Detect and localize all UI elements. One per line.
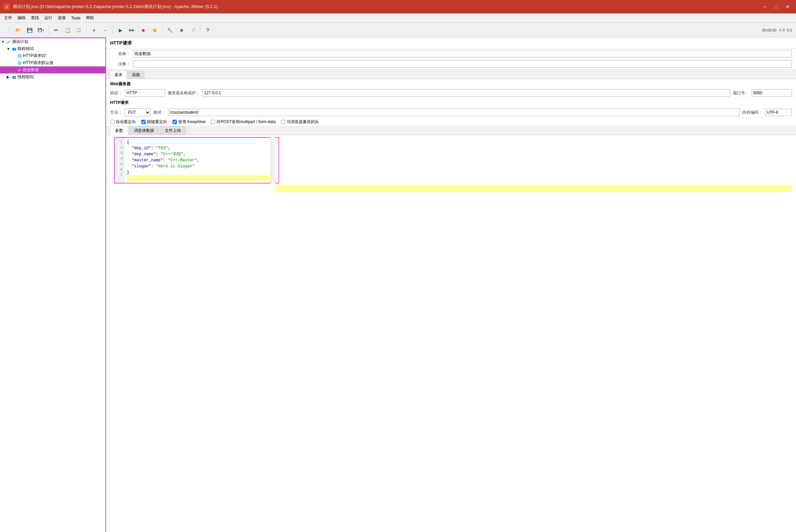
port-input[interactable] [752,89,792,97]
checkbox-keepalive[interactable]: 使用 KeepAlive [172,119,205,125]
save-button[interactable]: 💾 [24,25,35,36]
help-button[interactable]: ? [202,25,213,36]
panel-title: HTTP请求 [106,38,796,49]
toolbar-separator-5 [200,25,200,35]
menu-help[interactable]: 帮助 [83,15,97,21]
sub-tabs-row: 参数 消息体数据 文件上传 [106,126,796,135]
toolbar-timer: 00:00:00 ⚠ 0 0 0 [762,28,795,32]
title-bar: ⚡ 测试计划.jmx (D:\Sets\apache-jmeter-5.2.1\… [0,0,796,14]
app-icon: ⚡ [3,3,10,10]
test-plan-icon: 🧪 [7,40,11,44]
course-data-icon: ⚡ [17,68,21,72]
body-editor[interactable]: 1 2 3 4 5 6 7 { "dep_id": "T03", "dep_na… [114,137,279,184]
protocol-input[interactable] [125,89,165,97]
vertical-scrollbar[interactable] [271,137,275,184]
http-req-02-icon: 🌐 [17,54,21,58]
maximize-button[interactable]: □ [771,2,781,12]
server-name-label: 服务器名称或IP： [168,90,200,96]
menu-bar: 文件 编辑 查找 运行 选项 Tools 帮助 [0,14,796,23]
shutdown-button[interactable]: ⏹ [149,25,160,36]
checkbox-multipart[interactable]: 对POST使用multipart / form-data [211,119,276,125]
follow-redirect-checkbox[interactable] [141,120,146,124]
menu-run[interactable]: 运行 [42,15,55,21]
expand-icon-http-auth [12,61,16,65]
stop-button[interactable]: ■ [138,25,149,36]
path-input[interactable] [168,109,740,116]
body-editor-container: 1 2 3 4 5 6 7 { "dep_id": "T03", "dep_na… [110,137,275,184]
tabs-row: 基本 高级 [106,70,796,79]
tree-node-thread-group-01[interactable]: ▼ 👥 线程组01 [0,45,105,52]
name-label: 名称： [110,51,130,57]
sub-tab-params[interactable]: 参数 [110,126,128,135]
server-input[interactable] [202,89,730,97]
settings-button[interactable]: 🔧 [164,25,175,36]
menu-options[interactable]: 选项 [55,15,69,21]
tab-basic[interactable]: 基本 [110,71,127,79]
tree-label-test-plan: 测试计划 [12,39,28,44]
comment-row: 注释： [106,59,796,70]
http-auth-icon: 🌐 [17,61,21,65]
remote-button[interactable]: 🖥 [176,25,187,36]
errors-display: 0 0 [787,28,792,32]
expand-icon-thread-group-01: ▼ [7,47,11,51]
tree-label-http-auth: HTTP请求默认值 [23,60,53,66]
browser-compat-checkbox[interactable] [281,120,285,124]
tree-label-course-data: 统改数据 [23,67,39,73]
open-button[interactable]: 📂 [13,25,23,36]
right-panel: HTTP请求 名称： 注释： 基本 高级 Web服务器 协议： [106,38,796,532]
yellow-highlight-row [275,185,792,192]
tree-node-http-auth[interactable]: 🌐 HTTP请求默认值 [0,59,105,66]
multipart-checkbox[interactable] [211,120,215,124]
cut-button[interactable]: ✂ [51,25,61,36]
comment-input[interactable] [133,60,792,68]
timer-display: 00:00:00 [762,28,777,32]
paste-button[interactable]: 📋 [74,25,84,36]
thread-group-02-icon: 👥 [12,75,16,79]
menu-file[interactable]: 文件 [1,15,15,21]
method-row: 方法： PUT GET POST DELETE 路径： 内容编码： [106,107,796,118]
template-button[interactable]: 📝 [187,25,198,36]
sub-tab-body[interactable]: 消息体数据 [129,126,159,135]
copy-button[interactable]: 📋 [62,25,73,36]
protocol-label: 协议： [110,90,122,96]
tree-node-http-req-02[interactable]: 🌐 HTTP请求02 [0,52,105,59]
warning-display: ⚠ 0 [779,28,785,32]
method-label: 方法： [110,110,122,115]
tree-node-test-plan[interactable]: ▼ 🧪 测试计划 [0,38,105,45]
expand-button[interactable]: + [89,25,99,36]
tree-label-thread-group-02: 线程组02 [17,74,34,80]
minimize-button[interactable]: ─ [760,2,770,12]
tree-panel: ▼ 🧪 测试计划 ▼ 👥 线程组01 🌐 HTTP请求02 🌐 HTTP请求默认… [0,38,106,532]
keepalive-checkbox[interactable] [172,120,177,124]
tab-advanced[interactable]: 高级 [128,71,144,79]
server-row: 协议： 服务器名称或IP： 端口号： [106,88,796,98]
expand-icon-thread-group-02: ▶ [7,75,11,79]
toolbar-separator-1 [48,25,49,35]
name-input[interactable] [133,50,792,57]
comment-label: 注释： [110,61,130,67]
checkbox-follow-redirect[interactable]: 跟随重定向 [141,119,167,125]
toolbar: 📄 📂 💾 💾+ ✂ 📋 📋 + - ▶ ▶▶ ■ ⏹ 🔧 🖥 📝 ? 00:0… [0,23,796,38]
sub-tab-files[interactable]: 文件上传 [160,126,186,135]
method-select[interactable]: PUT GET POST DELETE [125,108,151,116]
toolbar-separator-2 [86,25,87,35]
start-nopause-button[interactable]: ▶▶ [127,25,137,36]
collapse-button[interactable]: - [100,25,111,36]
checkbox-row: 自动重定向 跟随重定向 使用 KeepAlive 对POST使用multipar… [106,118,796,126]
start-button[interactable]: ▶ [115,25,126,36]
line-numbers: 1 2 3 4 5 6 7 [115,138,124,183]
save-as-button[interactable]: 💾+ [36,25,46,36]
code-content[interactable]: { "dep_id": "T03", "dep_name": "C++/学院",… [124,138,279,183]
tree-node-course-data[interactable]: ⚡ 统改数据 [0,66,105,74]
new-button[interactable]: 📄 [1,25,12,36]
menu-tools[interactable]: Tools [69,15,83,21]
checkbox-auto-redirect[interactable]: 自动重定向 [110,119,136,125]
title-bar-left: ⚡ 测试计划.jmx (D:\Sets\apache-jmeter-5.2.1\… [3,3,218,10]
close-button[interactable]: ✕ [782,2,793,12]
menu-find[interactable]: 查找 [28,15,42,21]
encoding-input[interactable] [765,109,792,116]
auto-redirect-checkbox[interactable] [110,120,114,124]
checkbox-browser-compat[interactable]: 与浏览器兼容的头 [281,119,319,125]
menu-edit[interactable]: 编辑 [15,15,28,21]
tree-node-thread-group-02[interactable]: ▶ 👥 线程组02 [0,74,105,80]
